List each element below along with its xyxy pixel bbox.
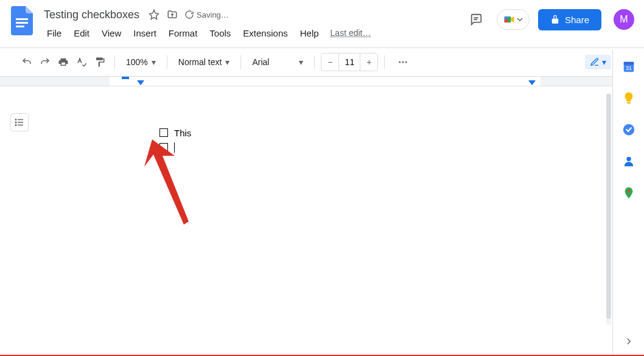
left-indent-marker[interactable] [137, 80, 144, 85]
separator [314, 55, 315, 69]
font-value: Arial [252, 57, 269, 67]
chevron-down-icon: ▾ [225, 57, 229, 67]
separator [384, 55, 385, 69]
zoom-value: 100% [126, 57, 148, 67]
undo-button[interactable] [18, 54, 35, 71]
chevron-down-icon: ▾ [152, 57, 156, 67]
svg-point-16 [15, 125, 16, 126]
chevron-down-icon: ▾ [299, 57, 303, 67]
contacts-icon[interactable] [622, 155, 635, 168]
font-size-input[interactable] [338, 54, 360, 71]
style-value: Normal text [178, 57, 222, 67]
maps-icon[interactable] [622, 186, 635, 200]
comments-history-icon[interactable] [464, 7, 488, 32]
last-edit-link[interactable]: Last edit… [331, 26, 371, 41]
checklist-text[interactable]: This [174, 128, 191, 138]
checkbox-icon[interactable] [159, 143, 168, 152]
document-title[interactable]: Testing checkboxes [41, 7, 142, 23]
menu-tools[interactable]: Tools [204, 26, 236, 41]
svg-text:31: 31 [625, 65, 631, 71]
separator [240, 55, 241, 69]
vertical-scrollbar[interactable] [606, 94, 611, 325]
svg-rect-0 [16, 18, 28, 20]
svg-rect-6 [505, 16, 508, 19]
font-family-combo[interactable]: Arial▾ [247, 55, 308, 69]
text-cursor [174, 142, 175, 153]
font-size-group: − + [321, 53, 378, 71]
svg-rect-20 [627, 102, 631, 103]
svg-point-9 [402, 61, 404, 63]
meet-button[interactable] [497, 9, 530, 30]
move-icon[interactable] [166, 9, 178, 21]
separator [114, 55, 115, 69]
side-panel-expand-button[interactable] [623, 336, 634, 349]
document-outline-button[interactable] [10, 113, 29, 131]
save-status: Saving… [184, 10, 229, 19]
zoom-combo[interactable]: 100%▾ [121, 55, 161, 69]
checklist-item[interactable] [159, 140, 191, 155]
share-button[interactable]: Share [538, 9, 601, 30]
first-line-indent-marker[interactable] [122, 77, 129, 79]
paragraph-style-combo[interactable]: Normal text▾ [173, 55, 235, 69]
svg-rect-18 [623, 62, 634, 65]
checkbox-icon[interactable] [159, 128, 168, 137]
svg-rect-2 [16, 26, 24, 27]
checklist-item[interactable]: This [159, 125, 191, 140]
svg-point-15 [15, 122, 16, 123]
svg-point-23 [627, 190, 630, 193]
menu-view[interactable]: View [96, 26, 127, 41]
font-size-increase[interactable]: + [360, 54, 377, 71]
menu-file[interactable]: File [41, 26, 67, 41]
menu-help[interactable]: Help [295, 26, 324, 41]
chevron-down-icon [517, 16, 523, 23]
print-button[interactable] [55, 54, 72, 71]
menu-format[interactable]: Format [163, 26, 203, 41]
svg-rect-1 [16, 22, 28, 24]
menu-edit[interactable]: Edit [68, 26, 95, 41]
tasks-icon[interactable] [622, 123, 635, 136]
share-label: Share [565, 15, 589, 25]
account-avatar[interactable]: M [614, 9, 634, 30]
right-indent-marker[interactable] [528, 80, 536, 85]
separator [167, 55, 167, 69]
toolbar: 100%▾ Normal text▾ Arial▾ − + ▾ [0, 48, 644, 76]
svg-point-22 [626, 157, 631, 161]
svg-point-8 [399, 61, 401, 63]
document-canvas[interactable]: This [39, 86, 644, 356]
docs-logo-icon[interactable] [10, 5, 34, 37]
redo-button[interactable] [37, 54, 54, 71]
font-size-decrease[interactable]: − [321, 54, 338, 71]
menubar: File Edit View Insert Format Tools Exten… [41, 26, 371, 41]
svg-point-14 [15, 119, 16, 120]
editing-mode-button[interactable]: ▾ [585, 55, 611, 69]
ruler[interactable] [0, 77, 644, 86]
chevron-down-icon: ▾ [602, 57, 606, 67]
keep-icon[interactable] [622, 91, 635, 105]
scrollbar-thumb[interactable] [606, 94, 611, 319]
menu-extensions[interactable]: Extensions [237, 26, 293, 41]
side-panel: 31 [612, 50, 644, 356]
paint-format-button[interactable] [91, 54, 108, 71]
spellcheck-button[interactable] [73, 54, 90, 71]
calendar-icon[interactable]: 31 [622, 60, 635, 73]
saving-text: Saving… [197, 10, 229, 19]
star-icon[interactable] [148, 9, 160, 21]
menu-insert[interactable]: Insert [128, 26, 162, 41]
svg-point-10 [405, 61, 407, 63]
more-tools-button[interactable] [394, 54, 411, 71]
svg-rect-7 [505, 19, 508, 23]
